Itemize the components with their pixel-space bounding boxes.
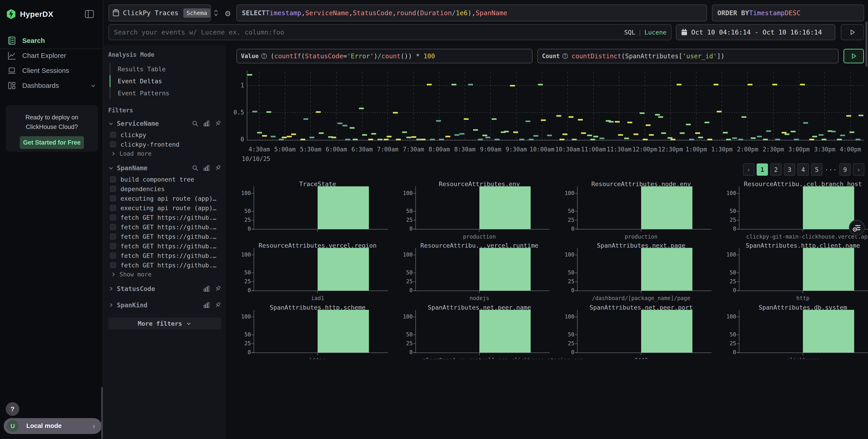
lang-lucene[interactable]: Lucene (644, 29, 666, 36)
pagination-page-2[interactable]: 2 (770, 164, 781, 176)
checkbox[interactable] (110, 243, 116, 249)
count-expression-input[interactable]: Count countDistinct(SpanAttributes['user… (537, 49, 838, 63)
data-point (640, 112, 645, 114)
y-axis-tick (737, 220, 739, 221)
feedback-fab[interactable] (849, 220, 865, 236)
source-select[interactable]: ClickPy Traces Schema (108, 4, 211, 21)
code-token: , (472, 9, 475, 17)
bar-chart-icon[interactable] (203, 302, 210, 309)
y-axis-tick (575, 229, 577, 229)
pin-icon[interactable] (214, 302, 221, 309)
filter-option[interactable]: fetch GET https://github.… (108, 260, 221, 270)
sidebar-item-chart-explorer[interactable]: Chart Explorer (0, 48, 103, 63)
more-filters-button[interactable]: More filters (108, 318, 221, 329)
filter-group-statuscode[interactable]: StatusCode (108, 282, 221, 295)
checkbox[interactable] (110, 196, 116, 201)
apply-metrics-button[interactable] (843, 49, 864, 63)
user-menu[interactable]: U Local mode › (4, 418, 102, 434)
analysis-mode-results-table[interactable]: Results Table (110, 63, 221, 75)
attribute-chart[interactable]: SpanAttributes.http.client.name10050250h… (726, 242, 868, 301)
filter-option[interactable]: fetch GET https://github.… (108, 213, 221, 222)
data-point (593, 136, 598, 137)
filter-group-spanname[interactable]: SpanName (108, 162, 221, 175)
schema-badge: Schema (183, 8, 210, 18)
attribute-chart[interactable]: SpanAttributes.net.peer.name10050250z5pr… (402, 304, 557, 359)
search-icon[interactable] (192, 165, 198, 171)
pagination-page-4[interactable]: 4 (798, 164, 809, 176)
filter-option[interactable]: clickpy-frontend (108, 140, 221, 149)
filter-option[interactable]: fetch GET https://github.… (108, 251, 221, 260)
pagination-page-9[interactable]: 9 (839, 164, 851, 176)
gear-icon[interactable]: ⚙ (223, 8, 233, 18)
checkbox[interactable] (110, 132, 116, 138)
help-button[interactable]: ? (6, 402, 19, 416)
run-query-button[interactable] (841, 24, 864, 40)
filter-option[interactable]: fetch GET https://github.… (108, 222, 221, 232)
checkbox[interactable] (110, 214, 116, 221)
filter-option-label: executing api route (app)… (121, 195, 216, 202)
get-started-button[interactable]: Get Started for Free (20, 136, 84, 149)
event-deltas-chart[interactable]: 00.514:30am5:00am5:30am6:00am6:30am7:00a… (247, 72, 864, 140)
search-input[interactable] (114, 28, 620, 36)
checkbox[interactable] (110, 224, 116, 230)
sidebar-item-search[interactable]: Search (0, 33, 103, 48)
lang-sql[interactable]: SQL (624, 29, 635, 36)
filter-option[interactable]: dependencies (108, 184, 221, 194)
page-scrollbar[interactable] (866, 22, 867, 67)
filter-group-spankind[interactable]: SpanKind (108, 298, 221, 312)
attribute-chart[interactable]: SpanAttributes.net.peer.port100502508443 (564, 304, 718, 359)
attribute-chart[interactable]: SpanAttributes.next.page10050250/dashboa… (564, 242, 718, 301)
attribute-chart[interactable]: ResourceAttributes.node.env10050250produ… (564, 180, 718, 239)
analysis-mode-event-patterns[interactable]: Event Patterns (110, 87, 221, 99)
sidebar-scrollbar[interactable] (101, 387, 103, 439)
data-point (353, 139, 358, 140)
analysis-mode-event-deltas[interactable]: Event Deltas (110, 75, 221, 87)
pin-icon[interactable] (214, 120, 221, 127)
sidebar-collapse-icon[interactable] (84, 9, 94, 19)
bar-chart-icon[interactable] (203, 165, 210, 171)
checkbox[interactable] (110, 262, 116, 268)
sidebar-item-client-sessions[interactable]: Client Sessions (0, 63, 103, 78)
pagination-page-3[interactable]: 3 (784, 164, 795, 176)
checkbox[interactable] (110, 186, 116, 192)
filter-option[interactable]: fetch GET https://github.… (108, 241, 221, 251)
attribute-chart[interactable]: TraceState10050250 (241, 180, 395, 239)
filter-load-more[interactable]: Load more (108, 149, 221, 158)
pagination-page-5[interactable]: 5 (811, 164, 823, 176)
bar-chart-icon[interactable] (203, 120, 210, 127)
filter-option[interactable]: executing api route (app)… (108, 194, 221, 203)
pagination-page-1[interactable]: 1 (756, 164, 768, 176)
query-language-toggle[interactable]: SQL|Lucene (624, 29, 666, 36)
pagination-prev[interactable]: ‹ (743, 164, 754, 176)
sql-orderby-input[interactable]: ORDER BY Timestamp DESC (712, 4, 864, 21)
attribute-chart[interactable]: SpanAttributes.db.system10050250clickhou… (726, 304, 868, 359)
attribute-chart[interactable]: ResourceAttributes.env10050250production (402, 180, 557, 239)
pin-icon[interactable] (214, 165, 221, 171)
checkbox[interactable] (110, 176, 116, 182)
filter-option[interactable]: build component tree (108, 175, 221, 184)
data-point (643, 139, 648, 140)
checkbox[interactable] (110, 253, 116, 259)
checkbox[interactable] (110, 141, 116, 147)
value-expression-input[interactable]: Value (countIf(StatusCode='Error')/count… (237, 49, 532, 63)
filter-show-more[interactable]: Show more (108, 270, 221, 279)
bar-chart-icon[interactable] (203, 285, 210, 292)
sql-select-input[interactable]: SELECT Timestamp, ServiceName, StatusCod… (237, 4, 707, 21)
checkbox[interactable] (110, 205, 116, 211)
filter-option[interactable]: executing api route (app)… (108, 203, 221, 213)
checkbox[interactable] (110, 234, 116, 239)
filter-option[interactable]: clickpy (108, 130, 221, 140)
attribute-chart[interactable]: ResourceAttribu..cel.branch_host10050250… (726, 180, 868, 239)
attribute-chart[interactable]: ResourceAttribu...vercel.runtime10050250… (402, 242, 557, 301)
x-axis-line (575, 353, 711, 353)
filter-option[interactable]: fetch GET https://github.… (108, 232, 221, 241)
attribute-chart[interactable]: SpanAttributes.http.scheme10050250https (241, 304, 395, 359)
pin-icon[interactable] (214, 285, 221, 292)
pagination-next[interactable]: › (853, 164, 864, 176)
attribute-chart[interactable]: ResourceAttributes.vercel.region10050250… (241, 242, 395, 301)
filter-group-servicename[interactable]: ServiceName (108, 117, 221, 130)
y-axis-tick-label: 25 (723, 340, 736, 347)
sidebar-item-dashboards[interactable]: Dashboards (0, 78, 103, 93)
search-icon[interactable] (192, 120, 198, 127)
date-range-picker[interactable]: Oct 10 04:16:14 - Oct 10 16:16:14 (676, 24, 835, 40)
